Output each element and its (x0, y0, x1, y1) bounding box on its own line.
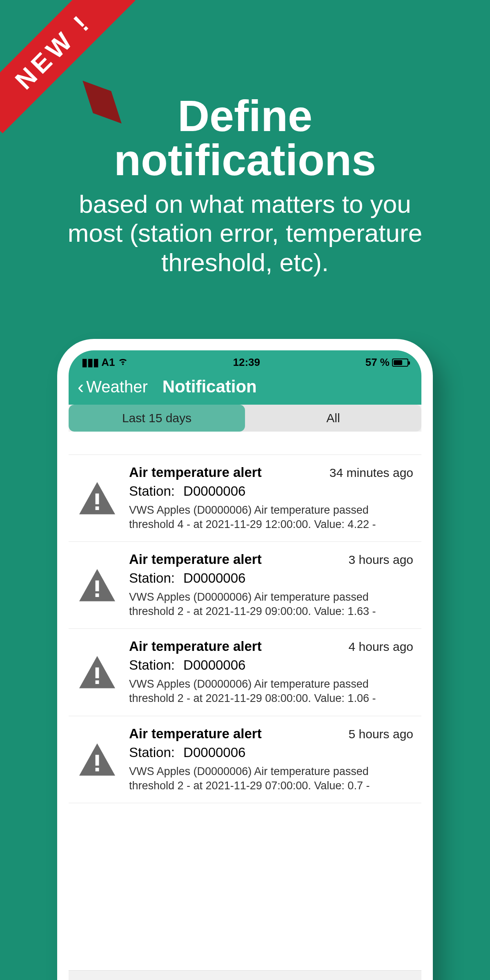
back-label: Weather (86, 378, 147, 396)
warning-icon (73, 569, 122, 601)
notification-station: Station: D0000006 (129, 570, 413, 586)
svg-rect-4 (96, 581, 99, 591)
chevron-left-icon: ‹ (78, 379, 84, 394)
notification-row[interactable]: Air temperature alert5 hours agoStation:… (69, 716, 421, 803)
headline-subtitle: based on what matters to you most (stati… (49, 189, 441, 277)
notification-time: 34 minutes ago (330, 466, 413, 480)
phone-screen: ▮▮▮ A1 12:39 57 % ‹ Weather Notificati (69, 350, 421, 980)
warning-icon (73, 482, 122, 514)
tab-bar: History Configuration (69, 970, 421, 980)
notification-row[interactable]: Air temperature alert34 minutes agoStati… (69, 454, 421, 542)
page-title: Notification (163, 377, 257, 396)
warning-icon (73, 656, 122, 688)
segment-last-15-days[interactable]: Last 15 days (69, 405, 245, 432)
top-bar: ▮▮▮ A1 12:39 57 % ‹ Weather Notificati (69, 350, 421, 405)
svg-rect-8 (96, 681, 99, 684)
back-button[interactable]: ‹ Weather (78, 378, 148, 396)
signal-icon: ▮▮▮ (82, 356, 99, 368)
svg-rect-2 (96, 506, 99, 510)
notification-row[interactable]: Air temperature alert4 hours agoStation:… (69, 629, 421, 716)
notification-row[interactable]: Air temperature alert3 hours agoStation:… (69, 542, 421, 629)
notification-title: Air temperature alert (129, 465, 262, 480)
notification-list[interactable]: Air temperature alert34 minutes agoStati… (69, 432, 421, 803)
tab-history[interactable]: History (69, 971, 245, 980)
status-right: 57 % (365, 356, 408, 369)
notification-time: 4 hours ago (349, 640, 413, 654)
notification-time: 5 hours ago (349, 727, 413, 741)
svg-rect-5 (96, 594, 99, 597)
battery-pct-label: 57 % (365, 356, 390, 369)
notification-time: 3 hours ago (349, 553, 413, 567)
segment-all[interactable]: All (245, 405, 421, 432)
notification-station: Station: D0000006 (129, 745, 413, 760)
svg-rect-11 (96, 768, 99, 771)
notification-title: Air temperature alert (129, 726, 262, 742)
marketing-headline: Define notifications based on what matte… (0, 94, 490, 277)
svg-rect-7 (96, 668, 99, 678)
clock-label: 12:39 (233, 356, 260, 369)
notification-title: Air temperature alert (129, 552, 262, 567)
wifi-icon (118, 356, 128, 368)
svg-rect-1 (96, 494, 99, 504)
notification-description: VWS Apples (D0000006) Air temperature pa… (129, 590, 413, 619)
notification-description: VWS Apples (D0000006) Air temperature pa… (129, 764, 413, 793)
segmented-control: Last 15 days All (69, 405, 421, 432)
notification-description: VWS Apples (D0000006) Air temperature pa… (129, 503, 413, 532)
notification-station: Station: D0000006 (129, 483, 413, 499)
svg-rect-10 (96, 755, 99, 765)
notification-title: Air temperature alert (129, 639, 262, 654)
status-left: ▮▮▮ A1 (82, 356, 128, 369)
carrier-label: A1 (101, 356, 115, 368)
warning-icon (73, 743, 122, 776)
battery-icon (392, 359, 408, 367)
notification-description: VWS Apples (D0000006) Air temperature pa… (129, 677, 413, 706)
status-bar: ▮▮▮ A1 12:39 57 % (69, 350, 421, 371)
tab-configuration[interactable]: Configuration (245, 971, 421, 980)
phone-frame: ▮▮▮ A1 12:39 57 % ‹ Weather Notificati (57, 339, 433, 980)
notification-station: Station: D0000006 (129, 657, 413, 673)
headline-title: Define notifications (49, 94, 441, 182)
nav-bar: ‹ Weather Notification (69, 371, 421, 405)
